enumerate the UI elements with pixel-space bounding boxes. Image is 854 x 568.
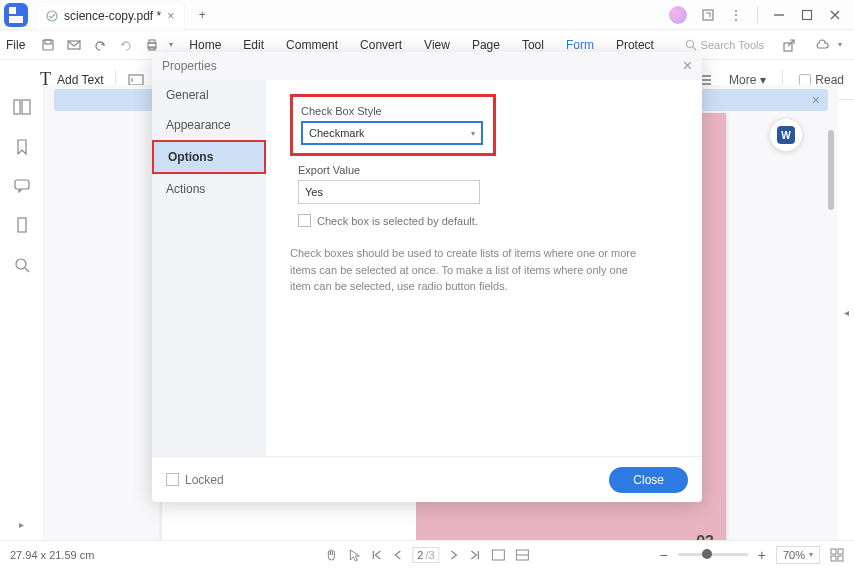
mail-icon[interactable] [65,36,83,54]
tab-options[interactable]: Options [152,140,266,174]
prev-page-icon[interactable] [392,549,402,561]
titlebar-right: ⋮ [669,6,854,24]
collapse-right-icon[interactable]: ◂ [844,307,849,318]
svg-rect-31 [838,556,843,561]
minimize-button[interactable] [772,8,786,22]
scrollbar-thumb[interactable] [828,130,834,210]
page-number: 03 [696,533,714,540]
read-checkbox-icon [799,74,811,86]
maximize-button[interactable] [800,8,814,22]
menu-convert[interactable]: Convert [360,38,402,52]
save-icon[interactable] [39,36,57,54]
svg-rect-3 [803,10,812,19]
page-dimensions: 27.94 x 21.59 cm [10,549,94,561]
menu-home[interactable]: Home [189,38,221,52]
locked-toggle[interactable]: Locked [166,473,224,487]
new-tab-button[interactable]: + [190,8,214,22]
expand-rail-icon[interactable]: ▸ [19,519,24,530]
tab-appearance[interactable]: Appearance [152,110,266,140]
menu-comment[interactable]: Comment [286,38,338,52]
cloud-caret-icon[interactable]: ▾ [838,40,842,49]
word-export-badge[interactable]: W [770,119,802,151]
last-page-icon[interactable] [470,549,482,561]
redo-icon[interactable] [117,36,135,54]
undo-icon[interactable] [91,36,109,54]
right-rail: ◂ [838,85,854,540]
svg-line-24 [25,268,29,272]
titlebar: science-copy.pdf * × + ⋮ [0,0,854,30]
next-page-icon[interactable] [450,549,460,561]
document-tab[interactable]: science-copy.pdf * × [36,2,184,30]
menu-form[interactable]: Form [566,38,594,52]
svg-point-0 [47,11,57,21]
select-caret-icon: ▾ [471,129,475,138]
svg-rect-8 [149,40,155,43]
share-icon[interactable] [782,38,796,52]
locked-label: Locked [185,473,224,487]
comment-icon[interactable] [14,179,30,193]
export-value-input[interactable]: Yes [298,180,480,204]
page-counter[interactable]: 2 /3 [412,547,439,563]
cloud-icon[interactable] [814,38,830,52]
help-text: Check boxes should be used to create lis… [290,245,650,295]
menu-page[interactable]: Page [472,38,500,52]
zoom-value: 70% [783,549,805,561]
search-icon [685,39,697,51]
close-button[interactable]: Close [609,467,688,493]
svg-rect-22 [18,218,26,232]
close-window-button[interactable] [828,8,842,22]
select-tool-icon[interactable] [348,548,360,562]
svg-point-23 [16,259,26,269]
search-tools[interactable]: Search Tools [685,39,764,51]
tab-close-icon[interactable]: × [167,9,174,23]
svg-rect-20 [22,100,30,114]
panel-close-icon[interactable]: × [683,57,692,75]
panel-content: Check Box Style Checkmark ▾ Export Value… [266,80,702,456]
properties-panel: Properties × General Appearance Options … [152,52,702,502]
word-icon: W [777,126,795,144]
fit-page-icon[interactable] [516,549,530,561]
zoom-slider[interactable] [678,553,748,556]
zoom-select[interactable]: 70% ▾ [776,546,820,564]
attachment-icon[interactable] [15,217,29,233]
thumbnails-icon[interactable] [13,99,31,115]
hand-tool-icon[interactable] [324,548,338,562]
tab-actions[interactable]: Actions [152,174,266,204]
svg-rect-19 [14,100,20,114]
svg-line-11 [693,47,696,50]
svg-rect-5 [45,40,51,44]
panel-footer: Locked Close [152,456,702,502]
external-icon[interactable] [701,8,715,22]
menu-items: Home Edit Comment Convert View Page Tool… [189,38,654,52]
default-checked-row[interactable]: Check box is selected by default. [298,214,678,227]
menu-protect[interactable]: Protect [616,38,654,52]
zoom-in-icon[interactable]: + [758,547,766,563]
tab-general[interactable]: General [152,80,266,110]
fit-width-icon[interactable] [492,549,506,561]
menu-view[interactable]: View [424,38,450,52]
panel-sidebar: General Appearance Options Actions [152,80,266,456]
menu-edit[interactable]: Edit [243,38,264,52]
fullscreen-icon[interactable] [830,548,844,562]
file-menu[interactable]: File [6,38,25,52]
app-logo-icon [4,3,28,27]
page-current: 2 [417,549,423,561]
zoom-slider-thumb[interactable] [702,549,712,559]
checkbox-style-group: Check Box Style Checkmark ▾ [290,94,496,156]
assistant-icon[interactable] [669,6,687,24]
search-placeholder: Search Tools [701,39,764,51]
first-page-icon[interactable] [370,549,382,561]
menu-tool[interactable]: Tool [522,38,544,52]
print-icon[interactable] [143,36,161,54]
locked-checkbox-icon [166,473,179,486]
bookmark-icon[interactable] [15,139,29,155]
tab-title: science-copy.pdf * [64,9,161,23]
zoom-out-icon[interactable]: − [660,547,668,563]
kebab-menu-icon[interactable]: ⋮ [729,7,743,23]
banner-close-icon[interactable]: × [804,92,828,108]
checkbox-style-label: Check Box Style [301,105,485,117]
checkbox-style-select[interactable]: Checkmark ▾ [301,121,483,145]
print-caret-icon[interactable]: ▾ [169,40,173,49]
default-checkbox-icon [298,214,311,227]
search-rail-icon[interactable] [14,257,30,273]
